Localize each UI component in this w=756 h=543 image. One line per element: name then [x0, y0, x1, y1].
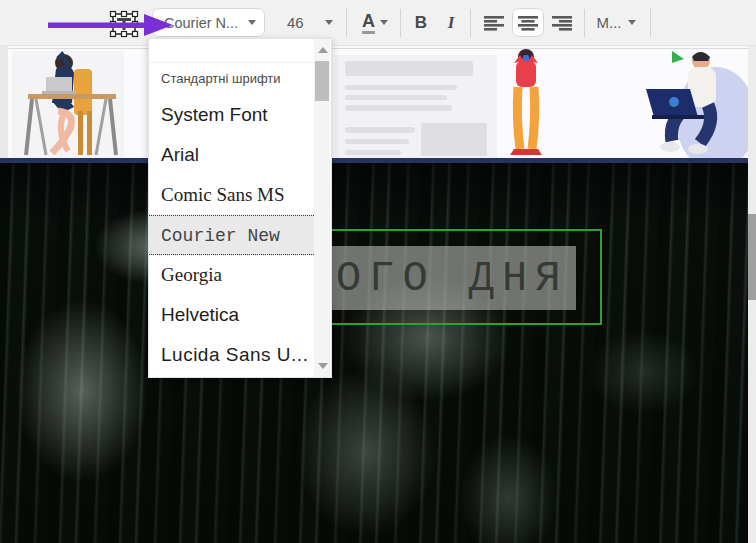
- page-scrollbar-thumb[interactable]: [748, 214, 756, 300]
- more-options-label: M...: [597, 14, 622, 31]
- slide-canvas: ОГО ДНЯ: [0, 46, 756, 543]
- font-family-value: Courier N...: [164, 15, 248, 31]
- font-size-value: 46: [287, 14, 304, 31]
- font-option-courier-new[interactable]: Courier New: [149, 215, 316, 255]
- dropdown-scrollbar[interactable]: [314, 39, 330, 377]
- illustration-woman-at-desk: [12, 51, 127, 159]
- canvas-left-margin: [0, 46, 8, 163]
- align-center-icon: [518, 15, 538, 31]
- font-option-system-font[interactable]: System Font: [149, 95, 316, 135]
- chevron-down-icon: [325, 20, 333, 25]
- align-center-button[interactable]: [512, 8, 544, 37]
- illustration-document-skeleton: [335, 55, 497, 159]
- align-right-icon: [552, 15, 572, 31]
- font-option-georgia[interactable]: Georgia: [149, 255, 316, 295]
- dropdown-blank-row: [149, 39, 316, 63]
- font-size-select[interactable]: 46: [283, 8, 337, 37]
- toolbar-divider: [470, 9, 471, 37]
- textbox-tool-icon[interactable]: [107, 9, 141, 39]
- scroll-up-icon[interactable]: [318, 47, 328, 53]
- more-options-button[interactable]: M...: [590, 8, 642, 37]
- dropdown-scrollbar-thumb[interactable]: [315, 61, 329, 101]
- toolbar-divider: [400, 9, 401, 37]
- text-color-button[interactable]: A: [352, 8, 398, 37]
- forest-background-image: ОГО ДНЯ: [0, 163, 748, 543]
- page-scrollbar[interactable]: [748, 46, 756, 543]
- italic-button[interactable]: I: [438, 8, 464, 37]
- align-right-button[interactable]: [546, 8, 578, 37]
- text-color-icon: A: [362, 12, 375, 34]
- format-toolbar: Courier N... 46 A B I M...: [0, 0, 756, 46]
- align-left-icon: [484, 15, 504, 31]
- font-section-header: Стандартні шрифти: [149, 63, 316, 95]
- toolbar-divider: [584, 9, 585, 37]
- font-option-arial[interactable]: Arial: [149, 135, 316, 175]
- toolbar-divider: [650, 9, 651, 37]
- font-option-comic-sans-ms[interactable]: Comic Sans MS: [149, 175, 316, 215]
- slide-text-content[interactable]: ОГО ДНЯ: [336, 253, 568, 305]
- chevron-down-icon: [248, 20, 256, 25]
- illustration-woman-standing: [496, 49, 556, 159]
- scroll-down-icon[interactable]: [318, 363, 328, 369]
- toolbar-divider: [346, 9, 347, 37]
- font-family-select[interactable]: Courier N...: [152, 8, 265, 37]
- bold-button[interactable]: B: [406, 8, 436, 37]
- illustration-man-on-beanbag: [638, 49, 748, 159]
- font-family-dropdown: Стандартні шрифти System Font Arial Comi…: [148, 38, 332, 378]
- slide-top-strip: [8, 48, 748, 159]
- font-option-lucida-sans[interactable]: Lucida Sans U...: [149, 335, 316, 375]
- chevron-down-icon: [380, 20, 388, 25]
- chevron-down-icon: [628, 20, 636, 25]
- align-left-button[interactable]: [478, 8, 510, 37]
- font-option-helvetica[interactable]: Helvetica: [149, 295, 316, 335]
